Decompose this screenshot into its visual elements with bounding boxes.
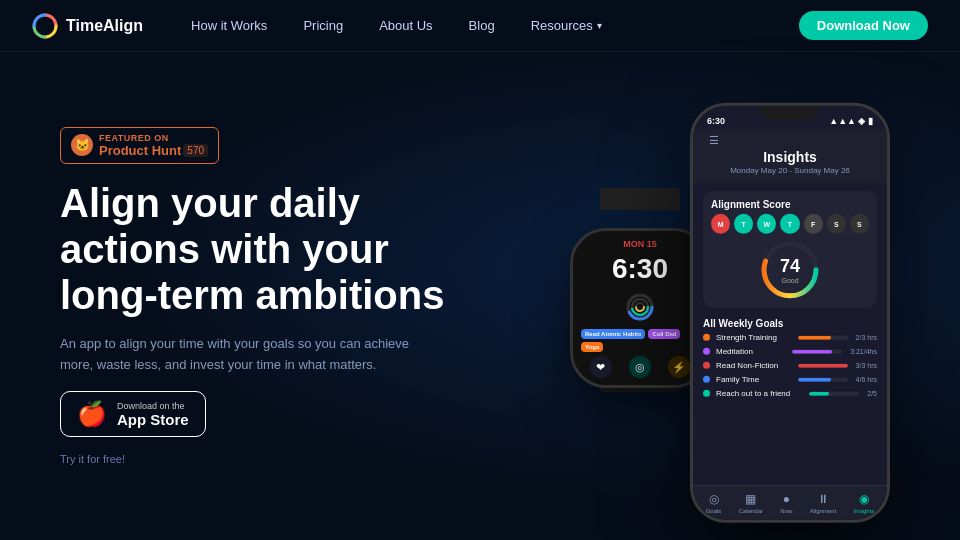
download-now-button[interactable]: Download Now	[799, 11, 928, 40]
phone-nav-now[interactable]: ● Now	[780, 492, 792, 514]
phone-nav-alignment-label: Alignment	[810, 508, 837, 514]
watch-body: MON 15 6:30 Read Atomic Habit	[570, 228, 710, 388]
goal-name-friend: Reach out to a friend	[716, 389, 803, 398]
device-mockups: MON 15 6:30 Read Atomic Habit	[480, 52, 900, 540]
nav-about[interactable]: About Us	[379, 18, 432, 33]
score-label: Good	[780, 277, 800, 284]
hero-headline: Align your daily actions with your long-…	[60, 180, 480, 318]
day-dot-t2: T	[780, 214, 799, 234]
goal-name-reading: Read Non-Fiction	[716, 361, 792, 370]
goals-section: All Weekly Goals Strength Training 2/3 h…	[703, 318, 877, 477]
goal-fill-meditation	[792, 349, 832, 353]
nav-how-it-works[interactable]: How it Works	[191, 18, 267, 33]
goal-strength: Strength Training 2/3 hrs	[703, 333, 877, 342]
phone-nav-calendar[interactable]: ▦ Calendar	[739, 492, 763, 514]
product-hunt-badge[interactable]: 🐱 FEATURED ON Product Hunt 570	[60, 127, 219, 164]
goal-bar-strength	[798, 335, 848, 339]
ph-number: 570	[183, 144, 208, 157]
phone-bottom-nav: ◎ Goals ▦ Calendar ● Now ⏸	[693, 485, 887, 520]
app-store-top-text: Download on the	[117, 401, 189, 411]
navbar: TimeAlign How it Works Pricing About Us …	[0, 0, 960, 52]
ph-label: FEATURED ON	[99, 133, 208, 143]
goal-dot-meditation	[703, 348, 710, 355]
goal-fill-strength	[798, 335, 831, 339]
phone-body: 6:30 ▲▲▲ ◈ ▮ ☰ Insights Monday May 20 - …	[690, 103, 890, 523]
score-text: 74 Good	[780, 256, 800, 284]
ph-name: Product Hunt	[99, 143, 181, 158]
day-dot-s1: S	[827, 214, 846, 234]
phone-nav-goals[interactable]: ◎ Goals	[706, 492, 722, 514]
goals-section-title: All Weekly Goals	[703, 318, 877, 329]
goal-friend: Reach out to a friend 2/5	[703, 389, 877, 398]
app-store-bottom-text: App Store	[117, 411, 189, 428]
hero-subtext: An app to align your time with your goal…	[60, 334, 420, 376]
goal-fill-reading	[798, 363, 848, 367]
apple-icon: 🍎	[77, 400, 107, 428]
phone-time: 6:30	[707, 116, 725, 126]
goal-bar-reading	[798, 363, 848, 367]
phone-title: Insights	[707, 149, 873, 165]
watch-screen: MON 15 6:30 Read Atomic Habit	[573, 231, 707, 385]
phone-header: ☰ Insights Monday May 20 - Sunday May 26	[693, 130, 887, 183]
phone-nav-insights[interactable]: ◉ Insights	[854, 492, 875, 514]
goal-reading: Read Non-Fiction 3/3 hrs	[703, 361, 877, 370]
phone-screen: 6:30 ▲▲▲ ◈ ▮ ☰ Insights Monday May 20 - …	[693, 106, 887, 520]
score-number: 74	[780, 256, 800, 277]
alignment-icon: ⏸	[817, 492, 829, 506]
try-free-label: Try it for free!	[60, 453, 480, 465]
watch-ring-icon: ◎	[629, 356, 651, 378]
phone-nav-calendar-label: Calendar	[739, 508, 763, 514]
app-store-text: Download on the App Store	[117, 401, 189, 428]
nav-pricing[interactable]: Pricing	[303, 18, 343, 33]
watch-habit-2: Call Dad	[648, 329, 680, 339]
product-hunt-icon: 🐱	[71, 134, 93, 156]
goal-count-meditation: 3:21/4hs	[850, 348, 877, 355]
watch-time: 6:30	[581, 253, 699, 285]
phone-nav-goals-label: Goals	[706, 508, 722, 514]
goal-bar-friend	[809, 391, 859, 395]
goal-family: Family Time 4/6 hrs	[703, 375, 877, 384]
goal-dot-strength	[703, 334, 710, 341]
phone-notch	[760, 106, 820, 120]
ph-badge-text: FEATURED ON Product Hunt 570	[99, 133, 208, 158]
goal-fill-family	[798, 377, 831, 381]
hero-content: 🐱 FEATURED ON Product Hunt 570 Align you…	[60, 127, 480, 466]
phone-nav-now-label: Now	[780, 508, 792, 514]
nav-resources[interactable]: Resources ▾	[531, 18, 602, 33]
day-dot-f: F	[804, 214, 823, 234]
watch-rings	[581, 291, 699, 323]
goal-name-meditation: Meditation	[716, 347, 786, 356]
alignment-section: Alignment Score M T W T F S S	[703, 191, 877, 308]
iphone-mockup: 6:30 ▲▲▲ ◈ ▮ ☰ Insights Monday May 20 - …	[690, 103, 890, 523]
brand-name: TimeAlign	[66, 17, 143, 35]
now-icon: ●	[783, 492, 790, 506]
score-circle-wrap: 74 Good	[711, 240, 869, 300]
goal-dot-family	[703, 376, 710, 383]
chevron-down-icon: ▾	[597, 20, 602, 31]
day-dot-m: M	[711, 214, 730, 234]
watch-date: MON 15	[581, 239, 699, 249]
goal-name-strength: Strength Training	[716, 333, 792, 342]
watch-habit-1: Read Atomic Habits	[581, 329, 645, 339]
insights-icon: ◉	[859, 492, 869, 506]
day-dot-s2: S	[850, 214, 869, 234]
watch-band-top	[600, 188, 680, 210]
goal-dot-reading	[703, 362, 710, 369]
watch-run-icon: ⚡	[668, 356, 690, 378]
hero-section: 🐱 FEATURED ON Product Hunt 570 Align you…	[0, 52, 960, 540]
goals-icon: ◎	[709, 492, 719, 506]
phone-subtitle: Monday May 20 - Sunday May 26	[707, 166, 873, 175]
goal-count-reading: 3/3 hrs	[856, 362, 877, 369]
app-store-button[interactable]: 🍎 Download on the App Store	[60, 391, 206, 437]
goal-dot-friend	[703, 390, 710, 397]
calendar-icon: ▦	[745, 492, 756, 506]
goal-meditation: Meditation 3:21/4hs	[703, 347, 877, 356]
day-dot-t1: T	[734, 214, 753, 234]
watch-heart-icon: ❤	[590, 356, 612, 378]
goal-bar-meditation	[792, 349, 842, 353]
brand-logo[interactable]: TimeAlign	[32, 13, 143, 39]
nav-blog[interactable]: Blog	[469, 18, 495, 33]
alignment-section-title: Alignment Score	[711, 199, 869, 210]
phone-nav-alignment[interactable]: ⏸ Alignment	[810, 492, 837, 514]
phone-signal: ▲▲▲ ◈ ▮	[829, 116, 873, 126]
